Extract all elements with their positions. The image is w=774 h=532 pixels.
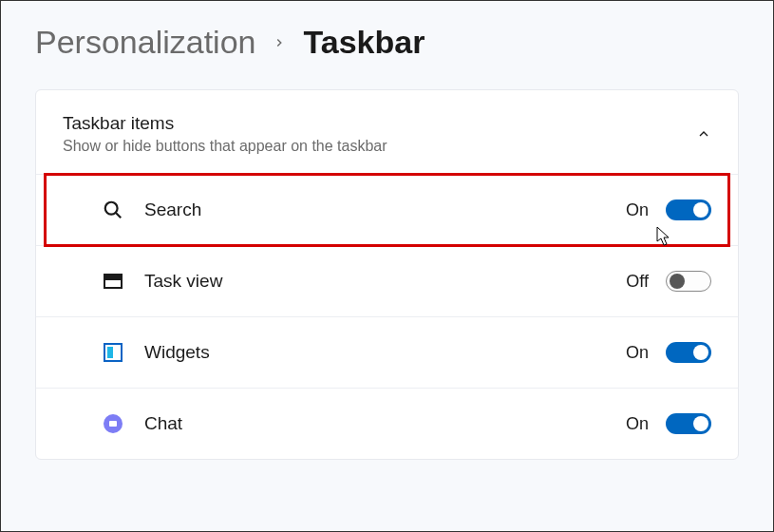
section-subtitle: Show or hide buttons that appear on the …	[63, 138, 387, 155]
breadcrumb-current: Taskbar	[303, 24, 425, 61]
toggle-chat[interactable]	[666, 413, 711, 434]
row-label-taskview: Task view	[144, 271, 222, 292]
toggle-taskview[interactable]	[666, 271, 711, 292]
breadcrumb: Personalization Taskbar	[1, 1, 773, 72]
svg-point-0	[105, 202, 118, 215]
chevron-right-icon	[273, 30, 286, 55]
breadcrumb-parent[interactable]: Personalization	[35, 24, 255, 61]
state-label-search: On	[626, 200, 649, 220]
taskview-icon	[103, 271, 123, 292]
row-widgets: Widgets On	[36, 317, 738, 389]
taskbar-items-panel: Taskbar items Show or hide buttons that …	[35, 89, 739, 460]
row-label-search: Search	[144, 200, 201, 220]
toggle-search[interactable]	[666, 200, 711, 220]
widgets-icon	[103, 342, 123, 363]
state-label-taskview: Off	[626, 272, 649, 292]
svg-line-1	[116, 213, 122, 218]
state-label-widgets: On	[626, 343, 649, 363]
row-chat: Chat On	[36, 389, 738, 459]
row-taskview: Task view Off	[36, 246, 738, 317]
section-title: Taskbar items	[63, 113, 387, 134]
search-icon	[103, 200, 123, 220]
cursor-icon	[656, 226, 671, 247]
chat-icon	[103, 413, 123, 434]
row-search: Search On	[36, 175, 738, 246]
toggle-widgets[interactable]	[666, 342, 711, 363]
row-label-widgets: Widgets	[144, 342, 210, 363]
chevron-up-icon[interactable]	[696, 126, 711, 142]
row-label-chat: Chat	[144, 413, 182, 434]
section-header[interactable]: Taskbar items Show or hide buttons that …	[36, 90, 738, 175]
state-label-chat: On	[626, 414, 649, 434]
